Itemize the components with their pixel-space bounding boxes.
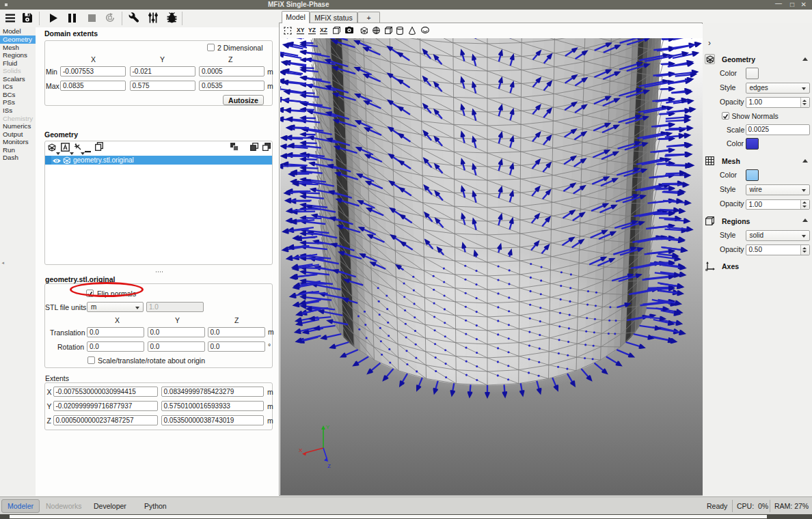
svg-text:Z: Z: [327, 463, 331, 469]
svg-text:XY: XY: [297, 27, 305, 33]
svg-text:Y: Y: [326, 424, 330, 430]
svg-text:YZ: YZ: [308, 27, 316, 33]
svg-text:XZ: XZ: [320, 27, 327, 33]
svg-text:X: X: [299, 447, 303, 453]
